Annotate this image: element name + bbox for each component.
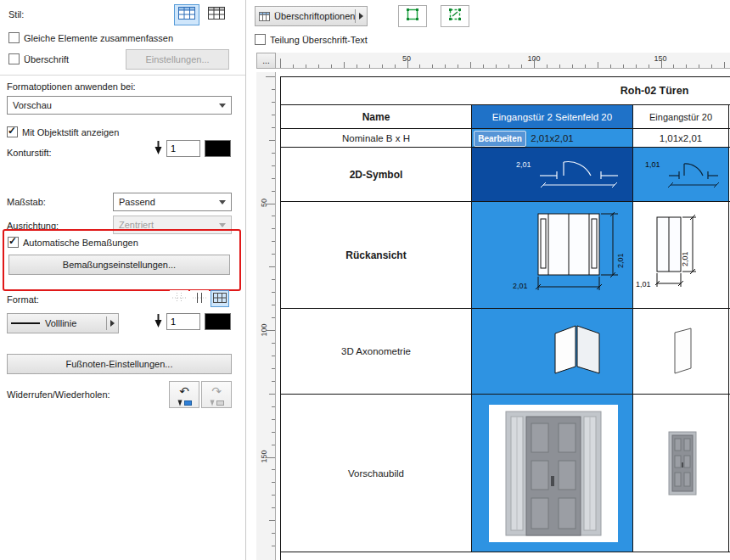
apply-options-select[interactable]: Vorschau bbox=[7, 96, 232, 115]
line-pen-input[interactable] bbox=[166, 313, 200, 330]
ruler-corner-button[interactable]: ... bbox=[256, 53, 276, 69]
table-title: Roh-02 Türen bbox=[620, 85, 689, 97]
row-header-rear-view[interactable]: Rückansicht bbox=[281, 202, 472, 309]
row-header-3d[interactable]: 3D Axonometrie bbox=[281, 309, 472, 395]
door-3d-drawing-small bbox=[672, 326, 694, 377]
edit-cell-button[interactable]: Bearbeiten bbox=[474, 131, 526, 147]
door-plan-drawing bbox=[538, 153, 620, 193]
format-label: Format: bbox=[7, 294, 39, 305]
row-header-2d-symbol[interactable]: 2D-Symbol bbox=[281, 148, 472, 202]
cell-rear-view-col1[interactable]: 2,01 2,01 bbox=[472, 202, 633, 309]
format-no-lines-button[interactable] bbox=[170, 290, 188, 307]
column-lines-icon bbox=[193, 291, 206, 306]
frame-tool-button[interactable] bbox=[398, 5, 427, 27]
alignment-label: Ausrichtung: bbox=[7, 221, 59, 231]
auto-dimension-label: Automatische Bemaßungen bbox=[23, 238, 138, 248]
header-options-button[interactable]: Überschriftoptionen bbox=[255, 6, 368, 26]
schedule-table: Roh-02 Türen Name Eingangstür 2 Seitenfe… bbox=[281, 77, 730, 552]
door-photo-image bbox=[489, 405, 618, 544]
dotted-grid-icon bbox=[172, 291, 186, 306]
cell-rear-view-col2[interactable]: 1,01 2,01 bbox=[633, 202, 729, 309]
table-grid-blue-icon bbox=[178, 7, 195, 23]
row-header-preview-image[interactable]: Vorschaubild bbox=[281, 395, 472, 552]
contour-pen-label: Konturstift: bbox=[7, 148, 52, 158]
apply-options-label: Formatoptionen anwenden bei: bbox=[7, 81, 136, 92]
contour-pen-color-swatch[interactable] bbox=[205, 140, 231, 157]
table-grid-dark-icon bbox=[208, 7, 225, 23]
pen-icon bbox=[154, 141, 163, 159]
object-pen-checkbox[interactable] bbox=[7, 126, 18, 137]
row-header-name[interactable]: Name bbox=[281, 105, 472, 129]
cell-2d-symbol-col2[interactable]: 1,01 bbox=[633, 148, 729, 202]
cell-3d-col1[interactable] bbox=[472, 309, 633, 395]
dimension-settings-button[interactable]: Bemaßungseinstellungen... bbox=[8, 255, 230, 275]
redo-button[interactable] bbox=[201, 381, 232, 408]
cell-2d-symbol-col1[interactable]: 2,01 bbox=[472, 148, 633, 202]
flyout-arrow-icon bbox=[110, 320, 115, 327]
door-photo-image-small bbox=[664, 430, 701, 500]
auto-dimension-checkbox[interactable] bbox=[8, 237, 19, 248]
format-grid-button[interactable] bbox=[211, 290, 229, 307]
header-checkbox-label: Überschrift bbox=[24, 54, 69, 64]
ruler-v[interactable]: 50 100 150 bbox=[256, 72, 276, 560]
pen-icon bbox=[154, 314, 163, 332]
cell-3d-col2[interactable] bbox=[633, 309, 729, 395]
style-grid-button-2[interactable] bbox=[204, 4, 229, 25]
frame-edit-tool-button[interactable] bbox=[441, 5, 469, 27]
chevron-down-icon bbox=[219, 200, 226, 204]
panel-separator bbox=[0, 75, 245, 76]
column-header-2[interactable]: Eingangstür 20 bbox=[633, 105, 729, 129]
style-label: Stil: bbox=[8, 9, 24, 20]
footnotes-settings-button[interactable]: Fußnoten-Einstellungen... bbox=[7, 354, 232, 374]
chevron-down-icon bbox=[219, 223, 226, 227]
object-pen-label: Mit Objektstift anzeigen bbox=[22, 127, 119, 137]
undo-redo-label: Widerrufen/Wiederholen: bbox=[7, 389, 110, 400]
door-elevation-drawing-small bbox=[655, 214, 711, 300]
full-grid-icon bbox=[213, 291, 227, 306]
combine-elements-checkbox[interactable] bbox=[8, 32, 20, 43]
format-columns-button[interactable] bbox=[190, 290, 209, 307]
column-header-selected[interactable]: Eingangstür 2 Seitenfeld 20 bbox=[472, 105, 633, 129]
undo-arrow-icon bbox=[179, 384, 189, 399]
header-settings-button: Einstellungen... bbox=[126, 49, 229, 70]
door-elevation-drawing bbox=[535, 212, 630, 302]
split-header-checkbox[interactable] bbox=[255, 34, 266, 45]
ruler-h[interactable]: 50 100 150 bbox=[276, 53, 730, 69]
pen-and-swatch-icon bbox=[177, 400, 192, 406]
cell-preview-image-col1[interactable] bbox=[472, 395, 633, 552]
table-header-icon bbox=[259, 12, 270, 21]
pen-and-swatch-icon-disabled bbox=[210, 400, 224, 406]
chevron-down-icon bbox=[219, 104, 226, 108]
combine-elements-label: Gleiche Elemente zusammenfassen bbox=[24, 33, 173, 43]
solid-line-icon bbox=[11, 322, 40, 324]
undo-button[interactable] bbox=[169, 381, 199, 408]
style-grid-button-selected[interactable] bbox=[174, 4, 199, 25]
scale-select[interactable]: Passend bbox=[113, 193, 232, 211]
green-frame-edit-icon bbox=[446, 7, 463, 25]
line-pen-color-swatch[interactable] bbox=[205, 313, 231, 330]
panel-divider bbox=[245, 0, 246, 560]
alignment-select: Zentriert bbox=[113, 216, 232, 234]
flyout-arrow-icon bbox=[359, 13, 363, 20]
scale-label: Maßstab: bbox=[7, 197, 46, 207]
table-title-cell[interactable]: Roh-02 Türen bbox=[281, 77, 730, 105]
cell-size-col2[interactable]: 1,01x2,01 bbox=[633, 129, 729, 148]
line-type-button[interactable]: Volllinie bbox=[7, 313, 119, 333]
redo-arrow-icon bbox=[211, 384, 222, 399]
header-checkbox[interactable] bbox=[8, 53, 20, 64]
split-header-label: Teilung Überschrift-Text bbox=[270, 35, 368, 45]
schedule-preview: Roh-02 Türen Name Eingangstür 2 Seitenfe… bbox=[280, 76, 730, 560]
application-window: Stil: Gleiche Elemente zusammenfassen Üb… bbox=[0, 0, 730, 560]
door-3d-drawing bbox=[553, 322, 604, 378]
cell-preview-image-col2[interactable] bbox=[633, 395, 729, 552]
green-frame-icon bbox=[404, 7, 421, 25]
door-plan-drawing-small bbox=[667, 153, 720, 193]
contour-pen-input[interactable] bbox=[166, 140, 200, 157]
row-header-size[interactable]: Nominale B x H bbox=[281, 129, 472, 148]
